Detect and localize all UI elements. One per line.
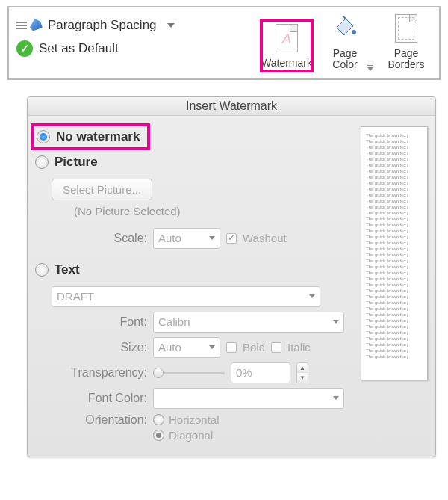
chevron-down-icon <box>333 320 339 324</box>
orientation-diagonal-row[interactable]: Diagonal <box>153 429 220 442</box>
paragraph-spacing-button[interactable]: Paragraph Spacing <box>16 18 261 33</box>
text-radio[interactable] <box>35 263 49 277</box>
picture-radio[interactable] <box>35 155 49 169</box>
bold-checkbox[interactable] <box>226 342 237 353</box>
set-as-default-button[interactable]: ✓ Set as Default <box>16 40 261 57</box>
watermark-icon: A <box>276 24 298 52</box>
paragraph-spacing-label: Paragraph Spacing <box>48 18 157 33</box>
insert-watermark-dialog: Insert Watermark No watermark Picture Se… <box>27 96 436 457</box>
no-picture-selected-text: (No Picture Selected) <box>74 205 355 217</box>
font-color-combo[interactable] <box>153 388 344 409</box>
scale-label: Scale: <box>52 232 147 245</box>
preview-pane: The quick brown fox jThe quick brown fox… <box>361 116 435 457</box>
orientation-diagonal-label: Diagonal <box>169 429 213 442</box>
ribbon-left-group: Paragraph Spacing ✓ Set as Default <box>16 12 261 64</box>
svg-point-0 <box>352 30 356 34</box>
preview-page: The quick brown fox jThe quick brown fox… <box>361 126 428 380</box>
italic-checkbox[interactable] <box>271 342 281 353</box>
no-watermark-label: No watermark <box>56 129 140 144</box>
orientation-diagonal-radio[interactable] <box>153 430 164 441</box>
design-ribbon: Paragraph Spacing ✓ Set as Default A Wat… <box>7 6 441 80</box>
dialog-form: No watermark Picture Select Picture... (… <box>28 116 361 457</box>
bold-label: Bold <box>243 341 265 354</box>
page-color-caption: Page Color <box>320 48 370 71</box>
chevron-down-icon <box>209 345 215 349</box>
paragraph-spacing-icon <box>16 19 42 31</box>
ribbon-right-group: A Watermark Page Color Page Borders <box>261 12 432 71</box>
transparency-value[interactable]: 0% <box>231 362 290 383</box>
picture-label: Picture <box>55 155 98 170</box>
orientation-horizontal-label: Horizontal <box>169 413 220 426</box>
watermark-text-combo[interactable]: DRAFT <box>52 286 320 307</box>
washout-checkbox[interactable] <box>226 233 237 244</box>
orientation-horizontal-radio[interactable] <box>153 414 164 425</box>
transparency-stepper[interactable]: ▲▼ <box>296 362 308 383</box>
page-color-button[interactable]: Page Color <box>320 12 370 71</box>
watermark-button[interactable]: A Watermark <box>261 20 312 70</box>
font-label: Font: <box>52 315 147 329</box>
orientation-label: Orientation: <box>52 413 147 427</box>
text-radio-row[interactable]: Text <box>35 262 355 277</box>
dialog-title: Insert Watermark <box>28 97 435 116</box>
page-borders-icon <box>395 14 417 43</box>
dropdown-arrow-icon <box>167 23 175 28</box>
watermark-caption: Watermark <box>261 58 312 69</box>
font-combo[interactable]: Calibri <box>153 312 344 333</box>
page-borders-button[interactable]: Page Borders <box>381 12 432 71</box>
text-label: Text <box>55 262 80 277</box>
transparency-slider[interactable] <box>153 368 225 378</box>
scale-combo[interactable]: Auto <box>153 228 220 249</box>
check-circle-icon: ✓ <box>16 40 33 57</box>
select-picture-button[interactable]: Select Picture... <box>52 179 152 200</box>
page-color-icon <box>330 12 360 45</box>
chevron-down-icon <box>309 294 315 298</box>
page-borders-caption: Page Borders <box>381 48 432 71</box>
size-combo[interactable]: Auto <box>153 337 220 358</box>
italic-label: Italic <box>287 341 311 354</box>
no-watermark-radio-row[interactable]: No watermark <box>34 126 147 147</box>
page-color-dropdown-arrow[interactable] <box>367 65 373 71</box>
chevron-down-icon <box>333 396 339 400</box>
washout-label: Washout <box>243 232 287 244</box>
font-color-label: Font Color: <box>52 392 147 405</box>
stepper-up-icon: ▲ <box>297 363 308 374</box>
orientation-horizontal-row[interactable]: Horizontal <box>153 413 220 426</box>
picture-radio-row[interactable]: Picture <box>35 155 355 170</box>
size-label: Size: <box>52 341 147 354</box>
transparency-label: Transparency: <box>52 366 147 380</box>
set-as-default-label: Set as Default <box>39 41 119 56</box>
chevron-down-icon <box>209 236 215 240</box>
stepper-down-icon: ▼ <box>297 373 308 383</box>
no-watermark-radio[interactable] <box>37 130 50 143</box>
